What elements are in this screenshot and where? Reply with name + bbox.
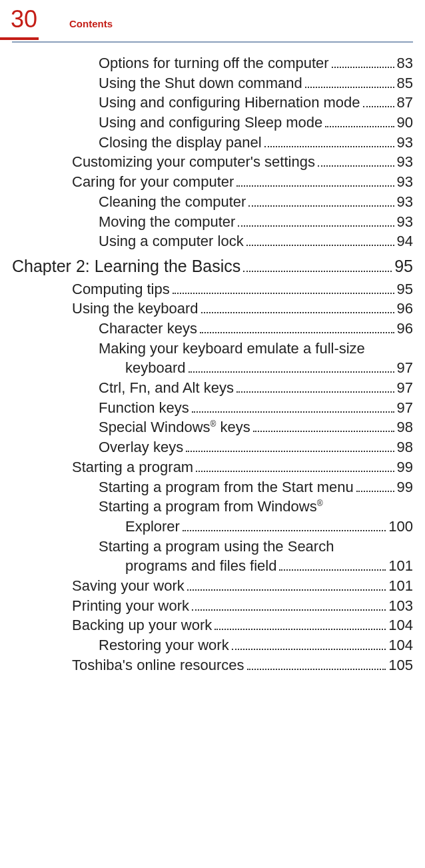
toc-leader-dots <box>246 245 394 246</box>
toc-entry: Starting a program from the Start menu99 <box>12 477 413 497</box>
toc-leader-dots <box>305 87 394 88</box>
toc-entry-text: Options for turning off the computer <box>99 53 329 73</box>
toc-entry-page: 93 <box>397 133 413 153</box>
toc-entry-text: Backing up your work <box>72 615 212 635</box>
toc-entry-page: 93 <box>397 172 413 192</box>
toc-leader-dots <box>196 471 394 472</box>
toc-entry: Closing the display panel93 <box>12 133 413 153</box>
toc-leader-dots <box>243 271 392 272</box>
toc-leader-dots <box>189 371 394 373</box>
toc-entry: Using and configuring Hibernation mode87 <box>12 93 413 113</box>
toc-leader-dots <box>192 609 386 611</box>
toc-entry-text: Customizing your computer's settings <box>72 152 315 172</box>
toc-entry-text: Character keys <box>99 319 197 339</box>
toc-entry-text: Using and configuring Sleep mode <box>99 113 322 133</box>
toc-leader-dots <box>238 225 394 227</box>
toc-entry-page: 101 <box>388 556 413 576</box>
toc-entry-page: 93 <box>397 212 413 232</box>
toc-leader-dots <box>214 629 386 630</box>
toc-entry-text: Moving the computer <box>99 212 235 232</box>
toc-entry-page: 93 <box>397 192 413 212</box>
toc-entry-page: 105 <box>388 655 413 675</box>
toc-leader-dots <box>325 126 394 127</box>
toc-entry-text: Toshiba's online resources <box>72 655 244 675</box>
toc-entry-page: 98 <box>397 437 413 457</box>
toc-entry: Toshiba's online resources105 <box>12 655 413 675</box>
toc-entry-text: Chapter 2: Learning the Basics <box>12 255 240 278</box>
toc-entry-text: Special Windows® keys <box>99 417 250 437</box>
toc-leader-dots <box>236 185 394 187</box>
toc-entry-page: 101 <box>388 576 413 596</box>
toc-entry: Special Windows® keys 98 <box>12 417 413 437</box>
toc-entry: Caring for your computer93 <box>12 172 413 192</box>
toc-leader-dots <box>192 411 394 413</box>
toc-entry-text: Using a computer lock <box>99 231 244 251</box>
toc-entry-page: 83 <box>397 53 413 73</box>
toc-entry: Restoring your work104 <box>12 635 413 655</box>
toc-entry-page: 96 <box>397 299 413 319</box>
toc-entry-text: Starting a program <box>72 457 193 477</box>
toc-entry: Using and configuring Sleep mode90 <box>12 113 413 133</box>
toc-entry-text: Starting a program from the Start menu <box>99 477 354 497</box>
toc-entry-page: 96 <box>397 319 413 339</box>
toc-entry: Function keys97 <box>12 398 413 418</box>
toc-entry: Using the Shut down command85 <box>12 73 413 93</box>
toc-entry-page: 104 <box>388 635 413 655</box>
toc-entry-page: 97 <box>397 398 413 418</box>
toc-entry-page: 99 <box>397 477 413 497</box>
toc-entry-text: Restoring your work <box>99 635 229 655</box>
toc-entry-text: Cleaning the computer <box>99 192 246 212</box>
toc-entry-page: 93 <box>397 152 413 172</box>
page-header: 30 Contents <box>0 0 425 35</box>
contents-title: Contents <box>69 18 113 29</box>
toc-leader-dots <box>332 67 394 68</box>
toc-entry-continuation: keyboard97 <box>12 358 413 378</box>
toc-entry-page: 85 <box>397 73 413 93</box>
toc-entry-text: Saving your work <box>72 576 185 596</box>
toc-entry: Moving the computer93 <box>12 212 413 232</box>
toc-leader-dots <box>363 106 394 107</box>
toc-entry-text: Printing your work <box>72 596 189 616</box>
toc-entry-continuation: Explorer100 <box>12 517 413 537</box>
toc-entry-page: 97 <box>397 358 413 378</box>
toc-entry: Starting a program from Windows® <box>12 497 413 517</box>
toc-entry-page: 90 <box>397 113 413 133</box>
toc-leader-dots <box>236 391 394 393</box>
toc-leader-dots <box>186 451 394 452</box>
toc-entry-text: Overlay keys <box>99 437 183 457</box>
toc-entry-page: 99 <box>397 457 413 477</box>
toc-leader-dots <box>200 332 394 333</box>
toc-entry: Cleaning the computer93 <box>12 192 413 212</box>
toc-entry-text: Function keys <box>99 398 189 418</box>
toc-entry-text: keyboard <box>125 358 186 378</box>
toc-entry-page: 104 <box>388 615 413 635</box>
toc-entry-page: 100 <box>388 517 413 537</box>
toc-entry: Printing your work103 <box>12 596 413 616</box>
toc-entry: Starting a program99 <box>12 457 413 477</box>
toc-entry: Starting a program using the Search <box>12 537 413 557</box>
toc-leader-dots <box>247 669 386 670</box>
toc-leader-dots <box>264 146 394 147</box>
toc-entry-text: Using and configuring Hibernation mode <box>99 93 360 113</box>
toc-entry-text: Making your keyboard emulate a full-size <box>99 339 365 359</box>
toc-entry-text: Closing the display panel <box>99 133 262 153</box>
toc-entry-text: Using the keyboard <box>72 299 199 319</box>
toc-entry-page: 95 <box>397 279 413 299</box>
toc-leader-dots <box>248 205 394 207</box>
toc-leader-dots <box>318 165 394 167</box>
toc-entry: Options for turning off the computer83 <box>12 53 413 73</box>
toc-entry-page: 98 <box>397 417 413 437</box>
toc-entry-text: Explorer <box>125 517 180 537</box>
toc-leader-dots <box>187 589 386 591</box>
toc-entry: Ctrl, Fn, and Alt keys97 <box>12 378 413 398</box>
toc-leader-dots <box>201 312 394 313</box>
toc-entry-page: 97 <box>397 378 413 398</box>
toc-entry: Saving your work101 <box>12 576 413 596</box>
toc-entry: Making your keyboard emulate a full-size <box>12 339 413 359</box>
toc-entry-page: 94 <box>397 231 413 251</box>
toc-entry-text: Caring for your computer <box>72 172 234 192</box>
toc-entry: Character keys 96 <box>12 319 413 339</box>
toc-entry: Computing tips95 <box>12 279 413 299</box>
toc-entry-page: 95 <box>394 255 413 278</box>
toc-entry: Using the keyboard96 <box>12 299 413 319</box>
